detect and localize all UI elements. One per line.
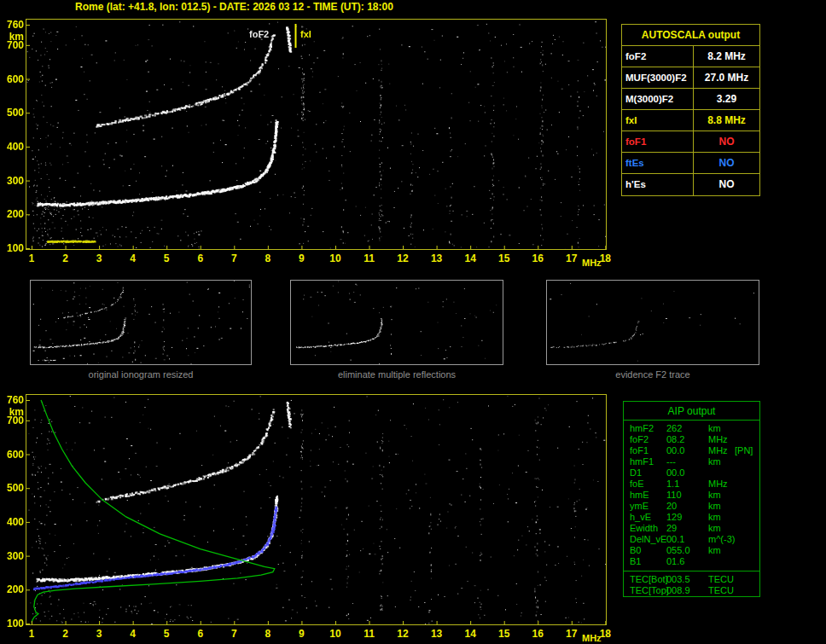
autoscala-screen: Rome (lat: +41.8, lon: 012.5) - DATE: 20… [0, 0, 826, 644]
bottom-x-tick-7: 7 [224, 628, 244, 640]
bottom-x-tick-6: 6 [190, 628, 211, 640]
bottom-x-tick-4: 4 [123, 628, 143, 640]
top-y-tick-300: 300 [2, 175, 24, 187]
bottom-x-tick-16: 16 [527, 628, 548, 640]
thumbnail-canvas-f2trace [547, 281, 759, 364]
bottom-x-tick-14: 14 [460, 628, 480, 640]
top-y-unit-label: km [2, 31, 24, 43]
ionogram-canvas-bottom [26, 395, 606, 624]
autoscala-row-ftes: ftEsNO [622, 153, 759, 174]
top-x-unit-label: MHz [582, 258, 602, 268]
thumbnail-caption-original: original ionogram resized [30, 369, 252, 380]
aip-value: 00.1 [666, 534, 684, 545]
bottom-y-tick-500: 500 [2, 482, 24, 494]
aip-tec-separator [624, 571, 759, 571]
aip-value: 20 [666, 501, 677, 512]
thumbnail-original-ionogram [30, 280, 252, 365]
top-y-tick-200: 200 [2, 208, 24, 220]
aip-name: Ewidth [630, 523, 658, 534]
top-x-tick-10: 10 [325, 252, 346, 264]
top-x-tick-12: 12 [393, 252, 413, 264]
aip-name: hmE [630, 490, 649, 501]
aip-unit: km [708, 423, 721, 434]
autoscala-param-name: MUF(3000)F2 [622, 67, 694, 88]
bottom-x-tick-5: 5 [156, 628, 177, 640]
aip-extra: [PN] [735, 445, 753, 456]
aip-value: 055.0 [666, 545, 690, 556]
aip-name: h_vE [630, 512, 651, 523]
aip-unit: km [708, 456, 721, 467]
top-x-tick-1: 1 [21, 252, 42, 264]
thumbnail-canvas-original [31, 281, 251, 364]
thumbnail-caption-f2trace: evidence F2 trace [546, 369, 759, 380]
aip-unit: TECU [708, 585, 734, 596]
top-x-tick-4: 4 [123, 252, 143, 264]
bottom-y-tick-400: 400 [2, 516, 24, 528]
aip-row-fof1: foF100.0MHz[PN] [624, 445, 759, 456]
aip-unit: MHz [708, 434, 728, 445]
autoscala-param-name: fxI [622, 110, 694, 131]
aip-value: 01.6 [666, 556, 684, 567]
bottom-y-tick-300: 300 [2, 550, 24, 562]
aip-unit: km [708, 523, 721, 534]
top-x-tick-2: 2 [55, 252, 76, 264]
autoscala-param-value: NO [694, 153, 759, 173]
autoscala-table-header: AUTOSCALA output [622, 25, 759, 46]
bottom-y-tick-200: 200 [2, 583, 24, 595]
aip-value: 00.0 [666, 467, 684, 479]
aip-value: 1.1 [666, 479, 679, 490]
aip-row-b1: B101.6 [624, 556, 759, 567]
aip-unit: km [708, 545, 721, 556]
aip-tec-rows: TEC[Bot]003.5TECUTEC[Top]008.9TECU [624, 574, 759, 596]
aip-value: 003.5 [666, 574, 690, 585]
aip-row-hmf2: hmF2262km [624, 423, 759, 434]
autoscala-param-value: 8.8 MHz [694, 110, 759, 131]
aip-row-h-ve: h_vE129km [624, 512, 759, 523]
aip-row-foe: foE1.1MHz [624, 479, 759, 490]
bottom-x-tick-1: 1 [21, 628, 42, 640]
aip-name: foE [630, 479, 644, 490]
autoscala-param-value: 8.2 MHz [694, 46, 759, 67]
thumbnail-caption-reflections: eliminate multiple reflections [290, 369, 503, 380]
autoscala-row-fof2: foF28.2 MHz [622, 46, 759, 67]
top-y-tick-600: 600 [2, 73, 24, 85]
aip-name: D1 [630, 467, 642, 479]
aip-unit: MHz [708, 479, 728, 490]
ionogram-panel-top: foF2 fxI [26, 19, 607, 250]
aip-value: 08.2 [666, 434, 684, 445]
aip-row-tec-top-: TEC[Top]008.9TECU [624, 585, 759, 596]
aip-row-d1: D100.0 [624, 467, 759, 479]
aip-name: B0 [630, 545, 641, 556]
aip-unit: km [708, 512, 721, 523]
fxI-trace-label: fxI [300, 29, 311, 39]
top-y-tick-760: 760 [2, 19, 24, 31]
autoscala-param-value: 27.0 MHz [694, 67, 759, 88]
autoscala-row-muf-3000-f2: MUF(3000)F227.0 MHz [622, 67, 759, 89]
autoscala-param-value: 3.29 [694, 89, 759, 109]
aip-name: TEC[Top] [630, 585, 669, 596]
thumbnail-canvas-reflections [291, 281, 503, 364]
autoscala-param-value: NO [694, 131, 759, 152]
top-y-tick-500: 500 [2, 107, 24, 119]
foF2-trace-label: foF2 [249, 29, 269, 39]
aip-row-deln-ve: DelN_vE00.1m^(-3) [624, 534, 759, 545]
top-x-tick-6: 6 [190, 252, 211, 264]
aip-name: hmF1 [630, 456, 654, 467]
aip-name: ymE [630, 501, 649, 512]
top-x-tick-7: 7 [224, 252, 244, 264]
aip-name: foF1 [630, 445, 649, 456]
bottom-x-tick-2: 2 [55, 628, 76, 640]
top-x-tick-11: 11 [359, 252, 380, 264]
bottom-x-tick-13: 13 [427, 628, 447, 640]
aip-unit: km [708, 490, 721, 501]
top-x-tick-9: 9 [291, 252, 311, 264]
thumbnail-eliminate-reflections [290, 280, 503, 365]
aip-row-hme: hmE110km [624, 490, 759, 501]
aip-name: DelN_vE [630, 534, 666, 545]
aip-value: 008.9 [666, 585, 690, 596]
bottom-y-unit-label: km [2, 406, 24, 418]
thumbnail-evidence-f2-trace [546, 280, 759, 365]
aip-value: 262 [666, 423, 682, 434]
bottom-x-tick-10: 10 [325, 628, 346, 640]
aip-name: TEC[Bot] [630, 574, 668, 585]
